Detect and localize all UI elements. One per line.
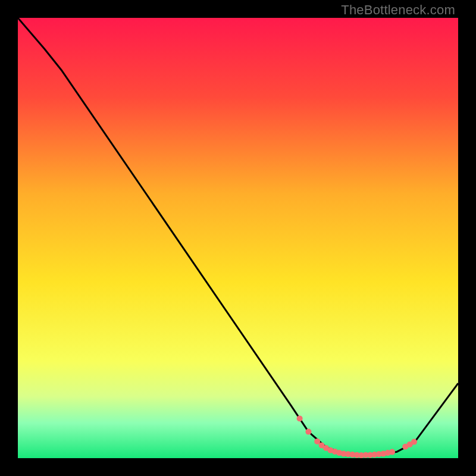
curve-marker [411,439,417,445]
chart-frame [18,18,458,458]
gradient-background [18,18,458,458]
curve-marker [297,415,303,421]
bottleneck-chart [18,18,458,458]
watermark-text: TheBottleneck.com [341,2,455,18]
curve-marker [389,449,395,455]
curve-marker [305,429,311,435]
